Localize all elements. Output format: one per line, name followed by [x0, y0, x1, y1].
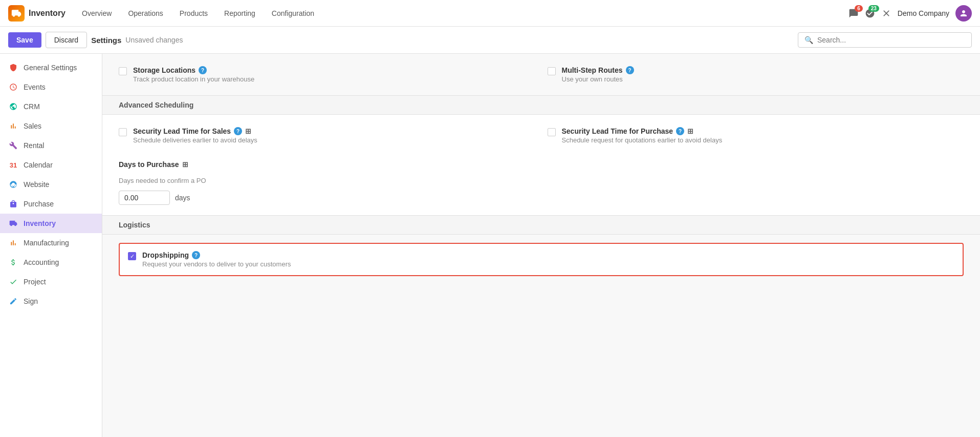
accounting-icon: [8, 257, 18, 267]
security-lead-purchase-desc: Schedule request for quotations earlier …: [562, 136, 723, 144]
project-icon: [8, 277, 18, 287]
toolbar: Save Discard Settings Unsaved changes 🔍: [0, 27, 980, 54]
sidebar-item-label: Sales: [24, 122, 41, 130]
multi-step-routes-checkbox[interactable]: [548, 67, 556, 75]
nav-configuration[interactable]: Configuration: [266, 6, 320, 20]
sidebar-item-sales[interactable]: Sales: [0, 116, 102, 136]
warehouse-settings: Storage Locations ? Track product locati…: [102, 54, 980, 95]
activity-badge: 23: [868, 5, 879, 12]
security-lead-purchase-checkbox[interactable]: [548, 128, 556, 136]
activity-button[interactable]: 23: [865, 8, 875, 18]
sidebar-item-label: Accounting: [24, 258, 59, 266]
nav-products[interactable]: Products: [173, 6, 214, 20]
logistics-header: Logistics: [102, 215, 980, 235]
dropshipping-help[interactable]: ?: [192, 251, 200, 259]
storage-locations-desc: Track product location in your warehouse: [133, 75, 254, 83]
rental-icon: [8, 140, 18, 151]
sidebar-item-label: Project: [24, 278, 46, 286]
multi-step-routes-title: Multi-Step Routes ?: [562, 66, 634, 74]
days-to-purchase-input[interactable]: [119, 191, 170, 205]
crm-icon: [8, 101, 18, 112]
security-lead-purchase-info: Security Lead Time for Purchase ? ⊞ Sche…: [562, 127, 723, 144]
messages-button[interactable]: 6: [848, 8, 859, 18]
security-lead-sales-grid-icon[interactable]: ⊞: [245, 127, 251, 135]
sidebar-item-label: CRM: [24, 102, 40, 111]
security-lead-purchase-grid-icon[interactable]: ⊞: [687, 127, 693, 135]
security-lead-purchase-title: Security Lead Time for Purchase ? ⊞: [562, 127, 723, 135]
multi-step-routes-desc: Use your own routes: [562, 75, 634, 83]
sidebar-item-label: Calendar: [24, 161, 53, 169]
sidebar-item-accounting[interactable]: Accounting: [0, 253, 102, 272]
manufacturing-icon: [8, 238, 18, 248]
days-unit-label: days: [175, 194, 190, 202]
storage-locations-help[interactable]: ?: [199, 66, 207, 74]
days-input-row: days: [102, 186, 980, 215]
sidebar-item-crm[interactable]: CRM: [0, 97, 102, 116]
sidebar-item-website[interactable]: Website: [0, 175, 102, 194]
company-name[interactable]: Demo Company: [898, 9, 949, 17]
sidebar-item-label: Events: [24, 83, 46, 91]
sales-icon: [8, 121, 18, 131]
sidebar-item-rental[interactable]: Rental: [0, 136, 102, 155]
app-name: Inventory: [29, 9, 66, 18]
security-lead-sales-setting: Security Lead Time for Sales ? ⊞ Schedul…: [119, 127, 535, 144]
sidebar-item-label: General Settings: [24, 64, 77, 72]
storage-locations-setting: Storage Locations ? Track product locati…: [119, 66, 535, 83]
top-navigation: Inventory Overview Operations Products R…: [0, 0, 980, 27]
advanced-scheduling-settings: Security Lead Time for Sales ? ⊞ Schedul…: [102, 115, 980, 156]
storage-locations-title: Storage Locations ?: [133, 66, 254, 74]
security-lead-sales-checkbox[interactable]: [119, 128, 127, 136]
search-input[interactable]: [817, 36, 965, 44]
sidebar-item-label: Website: [24, 180, 49, 189]
multi-step-routes-info: Multi-Step Routes ? Use your own routes: [562, 66, 634, 83]
sidebar-item-purchase[interactable]: Purchase: [0, 194, 102, 214]
inventory-icon: [8, 218, 18, 228]
security-lead-purchase-setting: Security Lead Time for Purchase ? ⊞ Sche…: [548, 127, 964, 144]
days-to-purchase-label: Days to Purchase ⊞: [119, 160, 188, 169]
messages-badge: 6: [855, 5, 863, 12]
security-lead-sales-info: Security Lead Time for Sales ? ⊞ Schedul…: [133, 127, 257, 144]
sidebar-item-project[interactable]: Project: [0, 272, 102, 292]
sidebar-item-label: Sign: [24, 297, 38, 305]
events-icon: [8, 82, 18, 92]
multi-step-routes-help[interactable]: ?: [626, 66, 634, 74]
sidebar-item-manufacturing[interactable]: Manufacturing: [0, 233, 102, 253]
discard-button[interactable]: Discard: [46, 32, 87, 48]
sidebar-item-inventory[interactable]: Inventory: [0, 214, 102, 233]
sidebar-item-label: Purchase: [24, 200, 54, 208]
security-lead-sales-help[interactable]: ?: [234, 127, 242, 135]
user-avatar[interactable]: [955, 5, 972, 22]
main-layout: General Settings Events CRM Sales Rental: [0, 54, 980, 437]
dropshipping-setting: ✓ Dropshipping ? Request your vendors to…: [119, 243, 964, 276]
sidebar-item-general-settings[interactable]: General Settings: [0, 58, 102, 77]
nav-overview[interactable]: Overview: [76, 6, 118, 20]
search-box: 🔍: [798, 32, 972, 48]
nav-icons: 6 23 Demo Company: [848, 5, 972, 22]
storage-locations-info: Storage Locations ? Track product locati…: [133, 66, 254, 83]
sidebar-item-label: Manufacturing: [24, 239, 69, 247]
days-to-purchase-grid-icon[interactable]: ⊞: [182, 160, 188, 169]
unsaved-label: Unsaved changes: [125, 36, 183, 44]
multi-step-routes-setting: Multi-Step Routes ? Use your own routes: [548, 66, 964, 83]
nav-operations[interactable]: Operations: [122, 6, 169, 20]
dropshipping-title: Dropshipping ?: [142, 251, 291, 259]
sidebar-item-label: Inventory: [24, 219, 56, 227]
security-lead-purchase-help[interactable]: ?: [676, 127, 684, 135]
dropshipping-checkbox[interactable]: ✓: [128, 252, 136, 260]
calendar-icon: 31: [8, 160, 18, 170]
sign-icon: [8, 296, 18, 306]
toolbar-title: Settings: [91, 36, 121, 45]
sidebar-item-events[interactable]: Events: [0, 77, 102, 97]
purchase-icon: [8, 199, 18, 209]
sidebar-item-sign[interactable]: Sign: [0, 292, 102, 311]
sidebar-item-calendar[interactable]: 31 Calendar: [0, 155, 102, 175]
close-button[interactable]: [881, 8, 891, 18]
security-lead-sales-title: Security Lead Time for Sales ? ⊞: [133, 127, 257, 135]
app-logo-icon: [8, 5, 25, 22]
app-logo[interactable]: Inventory: [8, 5, 66, 22]
nav-reporting[interactable]: Reporting: [218, 6, 262, 20]
save-button[interactable]: Save: [8, 32, 41, 48]
storage-locations-checkbox[interactable]: [119, 67, 127, 75]
days-to-purchase-row: Days to Purchase ⊞: [102, 156, 980, 175]
days-to-purchase-desc: Days needed to confirm a PO: [119, 177, 964, 184]
